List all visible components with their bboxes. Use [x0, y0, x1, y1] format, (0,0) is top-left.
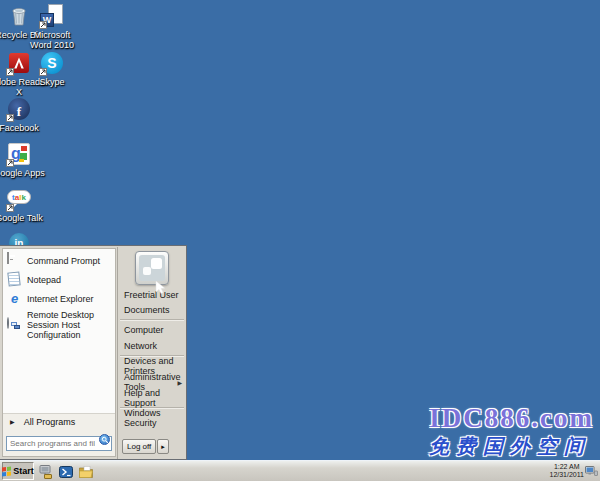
- start-menu-item-network[interactable]: Network: [118, 338, 186, 354]
- desktop-icon-label: Google Talk: [0, 213, 43, 223]
- start-button[interactable]: Start: [2, 462, 34, 480]
- command-prompt-icon: [7, 253, 22, 268]
- taskbar-clock[interactable]: 1:22 AM 12/31/2011: [549, 463, 584, 479]
- user-picture-tile[interactable]: [135, 251, 169, 285]
- desktop-icon-label: Skype: [39, 77, 64, 87]
- shortcut-arrow-icon: [6, 114, 14, 122]
- start-menu-item-command-prompt[interactable]: Command Prompt: [3, 251, 115, 270]
- dropdown-arrow-icon: ▸: [161, 443, 165, 451]
- facebook-icon: f: [7, 97, 31, 121]
- start-menu-item-notepad[interactable]: Notepad: [3, 270, 115, 289]
- notepad-icon: [7, 272, 22, 287]
- shortcut-arrow-icon: [6, 204, 14, 212]
- start-menu: Command Prompt Notepad e Internet Explor…: [0, 245, 187, 460]
- mouse-cursor: [155, 281, 166, 295]
- clock-date: 12/31/2011: [549, 471, 584, 479]
- server-manager-taskbar-button[interactable]: [36, 463, 54, 480]
- start-menu-item-help-and-support[interactable]: Help and Support: [118, 390, 186, 406]
- start-menu-item-computer[interactable]: Computer: [118, 322, 186, 338]
- start-menu-item-windows-security[interactable]: Windows Security: [118, 410, 186, 426]
- network-tray-icon[interactable]: [585, 466, 598, 477]
- start-menu-right-panel: Freetrial User Documents Computer Networ…: [117, 247, 186, 459]
- desktop-icon-microsoft-word[interactable]: W Microsoft Word 2010: [21, 4, 83, 50]
- user-name[interactable]: Freetrial User: [118, 288, 186, 302]
- start-menu-item-rdsh-configuration[interactable]: Remote Desktop Session Host Configuratio…: [3, 308, 115, 342]
- google-apps-icon: g: [7, 142, 31, 166]
- powershell-taskbar-button[interactable]: [57, 463, 75, 480]
- google-talk-icon: talk: [7, 187, 31, 211]
- internet-explorer-icon: e: [7, 291, 22, 306]
- all-programs-arrow-icon: ▶: [10, 418, 15, 425]
- watermark-line1: IDC886.com: [429, 403, 594, 434]
- desktop-icon-skype[interactable]: S Skype: [21, 51, 83, 87]
- start-menu-item-internet-explorer[interactable]: e Internet Explorer: [3, 289, 115, 308]
- windows-explorer-taskbar-button[interactable]: [77, 463, 95, 480]
- word-icon: W: [40, 4, 64, 28]
- desktop-icon-label: Microsoft Word 2010: [22, 30, 82, 50]
- search-button[interactable]: [99, 434, 110, 445]
- separator: [120, 319, 184, 321]
- windows-flag-icon: [2, 466, 11, 476]
- folder-icon: [78, 465, 94, 479]
- magnifier-icon: [101, 436, 109, 444]
- desktop-icon-google-talk[interactable]: talk Google Talk: [0, 187, 50, 223]
- desktop-icon-label: Facebook: [0, 123, 39, 133]
- watermark-line2: 免费国外空间: [429, 433, 591, 460]
- clock-time: 1:22 AM: [549, 463, 584, 471]
- log-off-options-button[interactable]: ▸: [157, 439, 169, 454]
- desktop-icon-label: Google Apps: [0, 168, 45, 178]
- powershell-icon: [59, 465, 73, 479]
- log-off-button[interactable]: Log off: [122, 439, 156, 454]
- desktop: Recycle Bin W Microsoft Word 2010 Adobe …: [0, 0, 600, 481]
- search-input[interactable]: [6, 436, 112, 451]
- start-menu-left-panel: Command Prompt Notepad e Internet Explor…: [2, 248, 116, 457]
- shortcut-arrow-icon: [6, 159, 14, 167]
- taskbar: Start 1:22 AM: [0, 460, 600, 481]
- desktop-icon-google-apps[interactable]: g Google Apps: [0, 142, 50, 178]
- all-programs-button[interactable]: ▶ All Programs: [3, 414, 115, 429]
- flyout-arrow-icon: ▶: [177, 379, 182, 386]
- remote-desktop-icon: [7, 318, 22, 333]
- server-manager-icon: [38, 464, 53, 479]
- shortcut-arrow-icon: [6, 68, 14, 76]
- desktop-icon-facebook[interactable]: f Facebook: [0, 97, 50, 133]
- user-avatar-icon: [138, 254, 166, 282]
- skype-icon: S: [40, 51, 64, 75]
- shortcut-arrow-icon: [39, 68, 47, 76]
- shortcut-arrow-icon: [39, 21, 47, 29]
- start-menu-item-documents[interactable]: Documents: [118, 302, 186, 318]
